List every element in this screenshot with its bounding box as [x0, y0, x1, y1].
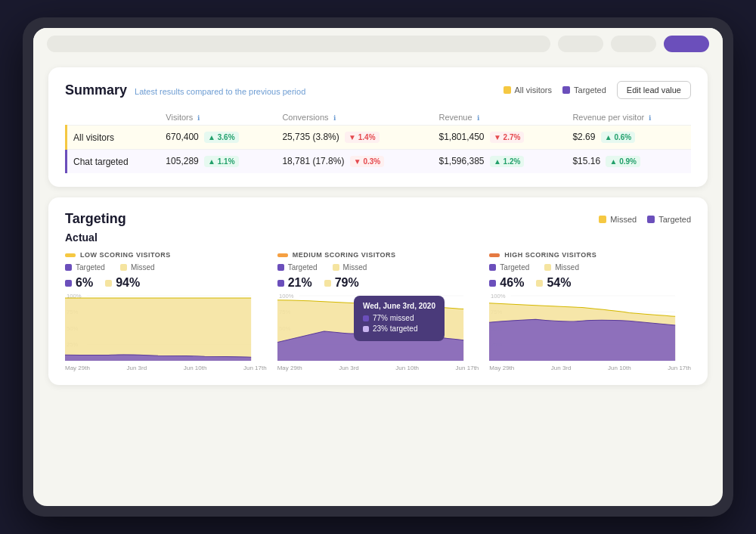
targeting-missed-label: Missed — [610, 215, 637, 224]
x-label: Jun 17th — [456, 365, 479, 371]
targeted-pct-display: 46% — [489, 276, 524, 290]
chart-block: LOW SCORING VISITORS Targeted Missed 6% … — [65, 251, 267, 371]
stat-targeted: Targeted — [65, 263, 105, 272]
nav-pill-active[interactable] — [664, 36, 709, 52]
chart-svg-wrapper: 100%75%50%25% — [65, 294, 267, 362]
summary-title: Summary — [65, 82, 127, 98]
chart-svg: 100%75%50%25% — [277, 294, 479, 362]
stat-dot-missed — [333, 264, 339, 271]
missed-pct-dot — [105, 280, 112, 287]
chart-xaxis: May 29thJun 3rdJun 10thJun 17th — [65, 365, 267, 371]
edit-lead-value-button[interactable]: Edit lead value — [617, 81, 691, 99]
targeted-label-small: Targeted — [500, 263, 529, 272]
row-label: All visitors — [67, 126, 160, 150]
legend-targeted-label: Targeted — [574, 85, 606, 95]
targeted-pct-dot — [489, 280, 496, 287]
x-label: Jun 10th — [608, 365, 631, 371]
legend-dot-all — [503, 86, 511, 94]
stat-missed: Missed — [120, 263, 155, 272]
conversions-badge: ▼ 0.3% — [350, 156, 384, 167]
legend-targeted: Targeted — [562, 85, 606, 95]
row-visitors: 670,400 ▲ 3.6% — [160, 126, 276, 150]
chart-block: HIGH SCORING VISITORS Targeted Missed 46… — [489, 251, 691, 371]
stat-targeted: Targeted — [277, 263, 318, 272]
targeted-pct-dot — [277, 280, 284, 287]
targeting-legend-missed: Missed — [599, 215, 637, 224]
category-name: HIGH SCORING VISITORS — [504, 251, 596, 259]
category-bar-icon — [65, 253, 76, 257]
row-rpv: $15.16 ▲ 0.9% — [566, 150, 691, 174]
stat-dot-missed — [120, 264, 127, 271]
summary-subtitle: Latest results compared to the previous … — [135, 87, 305, 96]
row-visitors: 105,289 ▲ 1.1% — [160, 150, 276, 174]
targeting-title: Targeting — [65, 211, 126, 227]
rpv-badge: ▲ 0.6% — [601, 132, 635, 143]
stat-dot-targeted — [489, 264, 496, 271]
x-label: Jun 17th — [243, 365, 267, 371]
charts-row: LOW SCORING VISITORS Targeted Missed 6% … — [65, 251, 691, 371]
x-label: Jun 3rd — [339, 365, 359, 371]
targeting-dot-targeted — [647, 216, 655, 223]
stat-missed: Missed — [544, 263, 579, 272]
summary-card: Summary Latest results compared to the p… — [48, 67, 708, 187]
missed-pct-dot — [324, 280, 331, 287]
stat-dot-missed — [544, 264, 551, 271]
chart-stats: Targeted Missed — [65, 263, 267, 272]
row-conversions: 25,735 (3.8%) ▼ 1.4% — [276, 126, 432, 150]
chart-svg-wrapper: 100%75%50%25% — [489, 294, 691, 362]
x-label: Jun 10th — [184, 365, 207, 371]
missed-label-small: Missed — [555, 263, 579, 272]
row-conversions: 18,781 (17.8%) ▼ 0.3% — [276, 150, 432, 174]
missed-label-small: Missed — [343, 263, 367, 272]
chart-svg-wrapper: 100%75%50%25% Wed, June 3rd, 2020 77% mi… — [277, 294, 479, 362]
category-name: MEDIUM SCORING VISITORS — [293, 251, 396, 259]
chart-stats: Targeted Missed — [277, 263, 479, 272]
chart-svg: 100%75%50%25% — [65, 294, 267, 362]
missed-label-small: Missed — [131, 263, 155, 272]
stat-dot-targeted — [277, 264, 284, 271]
legend-dot-targeted — [562, 86, 570, 94]
category-bar-icon — [277, 253, 288, 257]
top-bar — [33, 28, 723, 60]
stat-dot-targeted — [65, 264, 72, 271]
summary-header: Summary Latest results compared to the p… — [65, 81, 691, 99]
visitors-badge: ▲ 1.1% — [204, 156, 238, 167]
missed-pct-value: 79% — [335, 276, 359, 290]
chart-block: MEDIUM SCORING VISITORS Targeted Missed … — [277, 251, 479, 371]
stat-missed: Missed — [333, 263, 367, 272]
conversions-badge: ▼ 1.4% — [345, 132, 379, 143]
missed-pct-display: 54% — [536, 276, 571, 290]
conversions-info-icon: ℹ — [333, 114, 336, 122]
main-content: Summary Latest results compared to the p… — [33, 60, 723, 506]
targeting-legend-targeted: Targeted — [647, 215, 691, 224]
targeted-pct-value: 6% — [76, 276, 93, 290]
revenue-info-icon: ℹ — [477, 114, 479, 122]
col-header-revenue: Revenue ℹ — [432, 110, 566, 126]
x-label: Jun 10th — [395, 365, 419, 371]
chart-svg: 100%75%50%25% — [489, 294, 691, 362]
targeted-pct-value: 21% — [288, 276, 312, 290]
missed-pct-display: 79% — [324, 276, 359, 290]
targeted-pct-dot — [65, 280, 72, 287]
targeted-label-small: Targeted — [288, 263, 318, 272]
rpv-badge: ▲ 0.9% — [606, 156, 640, 167]
x-label: Jun 3rd — [551, 365, 572, 371]
missed-pct-display: 94% — [105, 276, 140, 290]
x-label: Jun 17th — [668, 365, 691, 371]
visitors-info-icon: ℹ — [197, 114, 200, 122]
chart-category-label: LOW SCORING VISITORS — [65, 251, 267, 259]
x-label: Jun 3rd — [126, 365, 147, 371]
missed-pct-dot — [536, 280, 543, 287]
row-label: Chat targeted — [67, 150, 160, 174]
nav-pill-1[interactable] — [558, 36, 603, 52]
screen: Summary Latest results compared to the p… — [33, 28, 723, 506]
row-revenue: $1,596,385 ▲ 1.2% — [432, 150, 566, 174]
targeting-dot-missed — [599, 216, 606, 223]
targeting-legend: Missed Targeted — [599, 215, 691, 224]
nav-pill-2[interactable] — [611, 36, 656, 52]
search-bar[interactable] — [47, 36, 550, 52]
y-label: 100% — [279, 294, 294, 300]
col-header-visitors: Visitors ℹ — [160, 110, 276, 126]
summary-table: Visitors ℹ Conversions ℹ Revenue ℹ — [65, 110, 691, 173]
rpv-info-icon: ℹ — [649, 114, 651, 122]
